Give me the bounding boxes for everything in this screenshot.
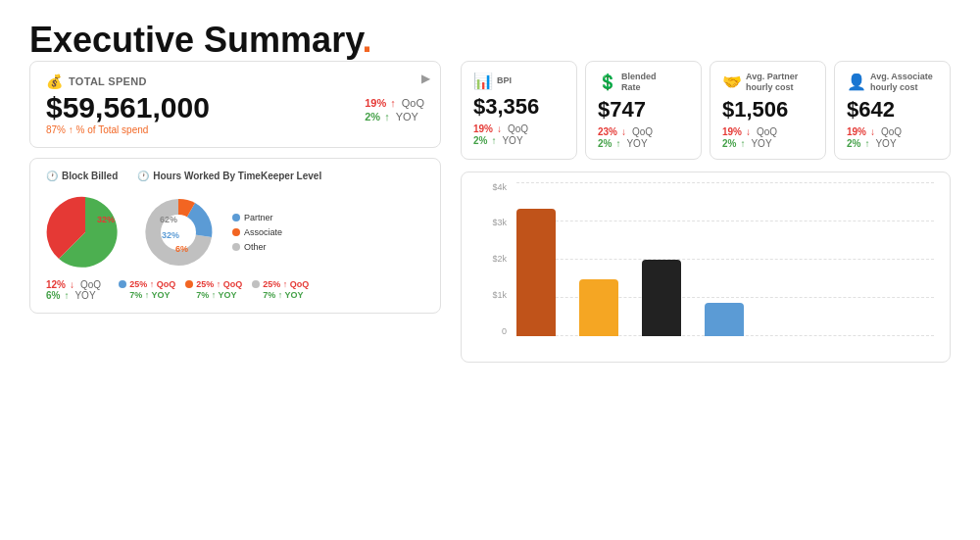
associate-stats: 25% ↑ QoQ 7% ↑ YOY: [185, 279, 242, 301]
avg-associate-value: $642: [847, 97, 938, 123]
svg-text:6%: 6%: [175, 244, 188, 254]
avg-partner-card: 🤝 Avg. Partnerhourly cost $1,506 19%↓QoQ…: [710, 61, 826, 160]
svg-text:32%: 32%: [162, 230, 179, 240]
hours-donut: 32% 6% 62%: [134, 193, 222, 271]
bpi-yoy: 2%↑YOY: [473, 135, 564, 146]
other-stats: 25% ↑ QoQ 7% ↑ YOY: [252, 279, 309, 301]
bpi-card: 📊 BPI $3,356 19%↓QoQ 2%↑YOY: [461, 61, 577, 160]
block-billed-title: 🕐 Block Billed: [46, 171, 118, 181]
avg-associate-label: Avg. Associatehourly cost: [870, 72, 933, 93]
bottom-left-card: 🕐 Block Billed 🕐 Hours Worked By TimeKee…: [29, 158, 441, 314]
svg-text:32%: 32%: [97, 215, 115, 224]
metrics-grid: 📊 BPI $3,356 19%↓QoQ 2%↑YOY 💲 Blend: [461, 61, 951, 160]
total-spend-yoy: 2% ↑ YOY: [365, 111, 424, 123]
svg-text:62%: 62%: [160, 215, 177, 224]
y-label-1k: $1k: [477, 290, 507, 300]
bar-3: [642, 260, 681, 336]
total-spend-card: 💰 Total Spend ▶ $59,561,000 87% ↑ % of T…: [29, 61, 441, 148]
avg-associate-yoy: 2%↑YOY: [847, 138, 938, 149]
page-title: Executive Summary.: [29, 20, 951, 61]
blended-rate-value: $747: [598, 97, 689, 123]
blended-rate-icon: 💲: [598, 73, 617, 91]
bpi-qoq: 19%↓QoQ: [473, 123, 564, 134]
bpi-label: BPI: [497, 75, 512, 86]
bpi-value: $3,356: [473, 94, 564, 120]
avg-associate-qoq: 19%↓QoQ: [847, 126, 938, 137]
hours-worked-title: 🕐 Hours Worked By TimeKeeper Level: [137, 171, 321, 181]
bpi-icon: 📊: [473, 72, 493, 90]
bar-1: [516, 209, 556, 336]
bars-area: [507, 182, 934, 354]
avg-associate-card: 👤 Avg. Associatehourly cost $642 19%↓QoQ…: [834, 61, 951, 160]
total-spend-sub: 87% ↑ % of Total spend: [46, 124, 210, 135]
blended-rate-label: BlendedRate: [621, 72, 657, 93]
bar-2: [579, 279, 618, 336]
avg-partner-value: $1,506: [722, 97, 813, 123]
avg-associate-icon: 👤: [847, 73, 866, 91]
total-spend-label: Total Spend: [69, 75, 147, 87]
avg-partner-yoy: 2%↑YOY: [722, 138, 813, 149]
y-label-4k: $4k: [477, 182, 507, 192]
legend-associate: Associate: [232, 227, 282, 237]
legend-partner: Partner: [232, 213, 282, 222]
bar-4: [705, 303, 744, 336]
blended-rate-yoy: 2%↑YOY: [598, 138, 689, 149]
title-dot: .: [363, 20, 372, 60]
y-label-3k: $3k: [477, 218, 507, 227]
total-spend-expand[interactable]: ▶: [421, 72, 430, 85]
y-label-2k: $2k: [477, 254, 507, 264]
avg-partner-icon: 🤝: [722, 73, 742, 91]
total-spend-qoq: 19% ↑ QoQ: [365, 97, 424, 109]
block-billed-metrics: 12% ↓ QoQ 6% ↑ YOY: [46, 279, 101, 301]
total-spend-icon: 💰: [46, 74, 63, 89]
bar-chart: $4k $3k $2k $1k 0: [461, 172, 951, 363]
total-spend-value: $59,561,000: [46, 93, 210, 123]
y-axis: $4k $3k $2k $1k 0: [477, 182, 507, 354]
avg-partner-label: Avg. Partnerhourly cost: [746, 72, 798, 93]
blended-rate-card: 💲 BlendedRate $747 23%↓QoQ 2%↑YOY: [585, 61, 702, 160]
legend-other: Other: [232, 242, 282, 252]
y-label-0: 0: [477, 326, 507, 336]
avg-partner-qoq: 19%↓QoQ: [722, 126, 813, 137]
blended-rate-qoq: 23%↓QoQ: [598, 126, 689, 137]
partner-stats: 25% ↑ QoQ 7% ↑ YOY: [119, 279, 175, 301]
block-billed-pie: 32%: [46, 193, 124, 271]
